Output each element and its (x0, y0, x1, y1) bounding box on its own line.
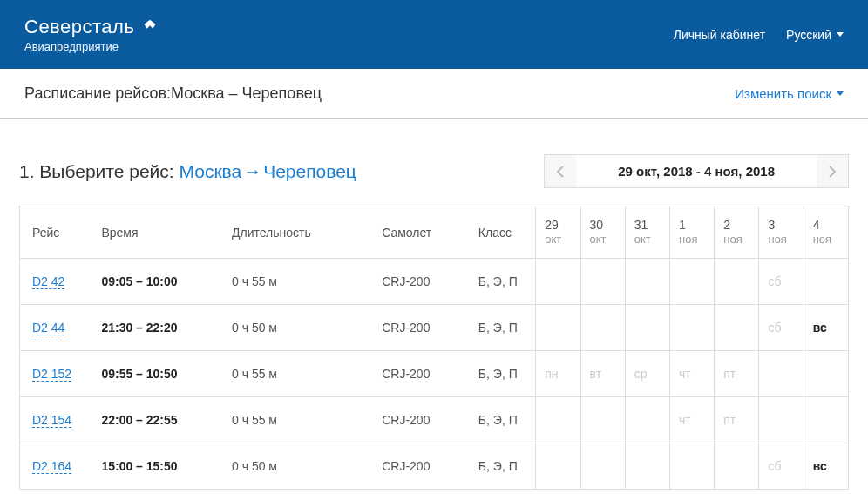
day-cell[interactable]: вт (580, 351, 625, 397)
chevron-down-icon (837, 32, 844, 37)
day-cell[interactable]: сб (759, 443, 804, 490)
modify-search-button[interactable]: Изменить поиск (735, 86, 844, 101)
day-cell (580, 443, 625, 490)
flight-link[interactable]: D2 44 (32, 321, 64, 335)
schedule-from: Москва (171, 85, 224, 102)
day-cell (580, 305, 625, 351)
flight-plane: CRJ-200 (370, 443, 466, 490)
next-week-button[interactable] (817, 155, 848, 187)
date-navigator: 29 окт, 2018 - 4 ноя, 2018 (544, 154, 849, 188)
flight-link[interactable]: D2 42 (32, 274, 64, 289)
flight-code-cell: D2 152 (20, 351, 90, 397)
flight-class: Б, Э, П (466, 397, 536, 443)
flights-table: Рейс Время Длительность Самолет Класс 29… (19, 206, 849, 490)
flight-code-cell: D2 42 (20, 259, 90, 305)
day-cell (536, 443, 580, 490)
step-row: 1. Выберите рейс: Москва→Череповец 29 ок… (19, 154, 849, 188)
date-range-label: 29 окт, 2018 - 4 ноя, 2018 (576, 155, 817, 187)
brand-logo-icon (141, 18, 159, 36)
table-row: D2 15209:55 – 10:500 ч 55 мCRJ-200Б, Э, … (20, 351, 849, 397)
route-to: Череповец (263, 161, 356, 181)
day-cell (715, 259, 759, 305)
prev-week-button[interactable] (545, 155, 576, 187)
col-day-3: 1ноя (669, 206, 714, 259)
step-title: 1. Выберите рейс: Москва→Череповец (19, 161, 356, 182)
flight-plane: CRJ-200 (370, 259, 466, 305)
chevron-left-icon (556, 166, 565, 178)
day-cell (804, 259, 848, 305)
col-flight: Рейс (20, 206, 90, 259)
header: Северсталь Авиапредприятие Личный кабине… (0, 0, 868, 69)
arrow-right-icon: → (243, 161, 261, 181)
col-day-6: 4ноя (804, 206, 848, 259)
col-day-5: 3ноя (759, 206, 804, 259)
route-from: Москва (179, 161, 241, 181)
flight-class: Б, Э, П (466, 305, 536, 351)
flight-link[interactable]: D2 154 (32, 413, 71, 428)
flight-time: 09:55 – 10:50 (89, 351, 220, 397)
day-cell (536, 259, 580, 305)
day-cell (804, 351, 848, 397)
day-cell (715, 443, 759, 490)
flight-time: 09:05 – 10:00 (89, 259, 220, 305)
language-label: Русский (786, 28, 831, 42)
col-day-1: 30окт (580, 206, 625, 259)
flight-duration: 0 ч 55 м (220, 397, 370, 443)
flight-time: 22:00 – 22:55 (89, 397, 220, 443)
day-cell (625, 443, 669, 490)
chevron-down-icon (837, 91, 844, 96)
col-day-2: 31окт (625, 206, 669, 259)
logo-area: Северсталь Авиапредприятие (24, 16, 159, 53)
day-cell (580, 259, 625, 305)
schedule-to: Череповец (242, 85, 322, 102)
day-cell[interactable]: пт (715, 397, 759, 443)
flight-link[interactable]: D2 152 (32, 367, 71, 382)
personal-cabinet-link[interactable]: Личный кабинет (674, 28, 765, 42)
day-cell (759, 397, 804, 443)
flight-duration: 0 ч 55 м (220, 259, 370, 305)
day-cell (580, 397, 625, 443)
table-row: D2 16415:00 – 15:500 ч 50 мCRJ-200Б, Э, … (20, 443, 849, 490)
flight-class: Б, Э, П (466, 351, 536, 397)
flight-duration: 0 ч 50 м (220, 443, 370, 490)
day-cell[interactable]: сб (759, 259, 804, 305)
flight-class: Б, Э, П (466, 443, 536, 490)
day-cell[interactable]: ср (625, 351, 669, 397)
day-cell (669, 259, 714, 305)
schedule-title: Расписание рейсов:Москва – Череповец (24, 85, 322, 103)
col-plane: Самолет (370, 206, 466, 259)
col-class: Класс (466, 206, 536, 259)
flight-time: 21:30 – 22:20 (89, 305, 220, 351)
day-cell[interactable]: пт (715, 351, 759, 397)
day-cell[interactable]: чт (669, 351, 714, 397)
step-label: 1. Выберите рейс: (19, 161, 179, 181)
flight-plane: CRJ-200 (370, 397, 466, 443)
chevron-right-icon (828, 166, 837, 178)
flight-code-cell: D2 44 (20, 305, 90, 351)
col-day-4: 2ноя (715, 206, 759, 259)
day-cell (536, 397, 580, 443)
subheader: Расписание рейсов:Москва – Череповец Изм… (0, 69, 868, 119)
day-cell (625, 305, 669, 351)
col-duration: Длительность (220, 206, 370, 259)
flight-plane: CRJ-200 (370, 351, 466, 397)
day-cell[interactable]: вс (804, 305, 848, 351)
schedule-sep: – (229, 85, 238, 102)
flight-link[interactable]: D2 164 (32, 459, 71, 474)
day-cell[interactable]: чт (669, 397, 714, 443)
day-cell (759, 351, 804, 397)
day-cell (804, 397, 848, 443)
day-cell (625, 259, 669, 305)
day-cell[interactable]: вс (804, 443, 848, 490)
language-selector[interactable]: Русский (786, 28, 844, 42)
content: 1. Выберите рейс: Москва→Череповец 29 ок… (0, 119, 868, 490)
flight-duration: 0 ч 55 м (220, 351, 370, 397)
col-day-0: 29окт (536, 206, 580, 259)
day-cell (669, 305, 714, 351)
day-cell[interactable]: сб (759, 305, 804, 351)
day-cell[interactable]: пн (536, 351, 580, 397)
flight-duration: 0 ч 50 м (220, 305, 370, 351)
day-cell (536, 305, 580, 351)
brand-name: Северсталь (24, 16, 134, 38)
table-row: D2 4209:05 – 10:000 ч 55 мCRJ-200Б, Э, П… (20, 259, 849, 305)
